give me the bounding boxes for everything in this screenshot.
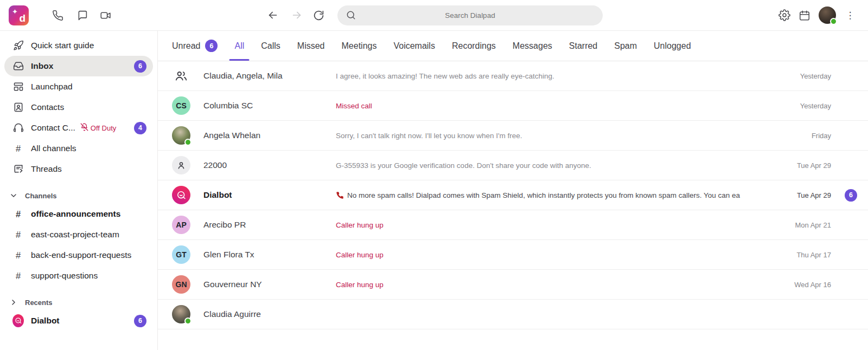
initials-avatar: AP bbox=[172, 216, 190, 234]
conversation-name: Columbia SC bbox=[203, 101, 336, 111]
tab-messages[interactable]: Messages bbox=[513, 31, 552, 61]
sidebar-item-inbox[interactable]: Inbox 6 bbox=[4, 56, 153, 76]
sidebar-item-launchpad[interactable]: Launchpad bbox=[4, 76, 153, 97]
dialpad-logo[interactable]: ✦ d bbox=[9, 5, 29, 25]
channels-section-header[interactable]: Channels bbox=[0, 187, 157, 204]
logo-letter: d bbox=[19, 12, 25, 24]
tab-spam[interactable]: Spam bbox=[614, 31, 637, 61]
conversation-snippet: Caller hung up bbox=[336, 281, 777, 289]
hash-icon: # bbox=[12, 230, 24, 240]
chat-icon[interactable] bbox=[76, 9, 88, 21]
dialbot-icon bbox=[12, 314, 24, 327]
tab-label: Voicemails bbox=[393, 41, 435, 51]
tab-recordings[interactable]: Recordings bbox=[452, 31, 496, 61]
tab-unread[interactable]: Unread 6 bbox=[172, 31, 218, 61]
conversation-snippet: Missed call bbox=[336, 102, 777, 110]
settings-gear-icon[interactable] bbox=[778, 9, 790, 21]
inbox-tabs: Unread 6 All Calls Missed Meetings Voice… bbox=[158, 31, 868, 61]
conversation-row[interactable]: Dialbot No more spam calls! Dialpad come… bbox=[158, 180, 868, 210]
conversation-name: Glen Flora Tx bbox=[203, 250, 336, 260]
tab-all[interactable]: All bbox=[234, 31, 244, 61]
hash-icon: # bbox=[12, 144, 24, 154]
back-arrow-icon[interactable] bbox=[267, 9, 279, 21]
hash-icon: # bbox=[12, 250, 24, 261]
photo-avatar bbox=[172, 305, 190, 323]
conversation-time: Friday bbox=[786, 132, 831, 140]
dialbot-avatar-icon bbox=[172, 186, 190, 204]
conversation-time: Thu Apr 17 bbox=[786, 251, 831, 259]
hash-icon: # bbox=[12, 271, 24, 281]
conversation-time: Tue Apr 29 bbox=[786, 161, 831, 170]
sidebar-item-contact-center[interactable]: Contact C... Off Duty 4 bbox=[4, 118, 153, 138]
conversation-time: Yesterday bbox=[786, 102, 831, 110]
conversation-name: 22000 bbox=[203, 160, 336, 170]
recents-section-header[interactable]: Recents bbox=[0, 294, 157, 310]
channel-label: east-coast-project-team bbox=[31, 230, 119, 239]
conversation-row[interactable]: Angela Whelan Sorry, I can't talk right … bbox=[158, 121, 868, 151]
conversation-row[interactable]: GN Gouverneur NY Caller hung up Wed Apr … bbox=[158, 270, 868, 300]
sidebar-item-threads[interactable]: Threads bbox=[4, 159, 153, 179]
conversation-row[interactable]: Claudia, Angela, Mila I agree, it looks … bbox=[158, 61, 868, 91]
photo-avatar bbox=[172, 126, 190, 145]
tab-label: Unread bbox=[172, 41, 200, 51]
video-icon[interactable] bbox=[100, 9, 112, 21]
search-bar[interactable] bbox=[337, 5, 603, 25]
tab-missed[interactable]: Missed bbox=[297, 31, 325, 61]
conversation-row[interactable]: Claudia Aguirre bbox=[158, 300, 868, 329]
sidebar-channel-office-announcements[interactable]: # office-announcements bbox=[4, 204, 153, 224]
conversation-name: Arecibo PR bbox=[203, 220, 336, 230]
launchpad-icon bbox=[12, 81, 24, 92]
sidebar-item-quick-start-guide[interactable]: Quick start guide bbox=[4, 35, 153, 56]
calendar-icon[interactable] bbox=[799, 9, 810, 21]
tab-unlogged[interactable]: Unlogged bbox=[654, 31, 691, 61]
online-status-dot bbox=[184, 139, 192, 146]
sidebar-channel-back-end-support-requests[interactable]: # back-end-support-requests bbox=[4, 245, 153, 265]
red-phone-icon bbox=[336, 191, 344, 199]
conversation-snippet: No more spam calls! Dialpad comes with S… bbox=[336, 191, 777, 199]
conversation-snippet: Caller hung up bbox=[336, 221, 777, 229]
initials-avatar: GT bbox=[172, 245, 190, 264]
sidebar-channel-support-questions[interactable]: # support-questions bbox=[4, 265, 153, 286]
sidebar-item-label: Launchpad bbox=[31, 82, 73, 92]
conversation-name: Gouverneur NY bbox=[203, 280, 336, 289]
sidebar-recent-dialbot[interactable]: Dialbot 6 bbox=[4, 310, 153, 331]
conversation-row[interactable]: AP Arecibo PR Caller hung up Mon Apr 21 bbox=[158, 210, 868, 240]
tab-label: Unlogged bbox=[654, 41, 691, 51]
forward-arrow-icon[interactable] bbox=[291, 9, 303, 21]
conversation-time: Tue Apr 29 bbox=[786, 191, 831, 199]
sidebar-channel-east-coast-project-team[interactable]: # east-coast-project-team bbox=[4, 224, 153, 245]
sidebar-item-label: All channels bbox=[31, 144, 76, 153]
unread-count-badge: 6 bbox=[134, 60, 146, 73]
search-input[interactable] bbox=[337, 11, 603, 20]
user-avatar[interactable] bbox=[819, 7, 836, 24]
sidebar-item-label: Quick start guide bbox=[31, 41, 94, 50]
conversation-snippet: Sorry, I can't talk right now. I'll let … bbox=[336, 132, 777, 140]
threads-icon bbox=[12, 164, 24, 174]
kebab-menu-icon[interactable]: ⋮ bbox=[844, 9, 856, 21]
conversation-name: Claudia, Angela, Mila bbox=[203, 71, 336, 81]
conversation-name: Claudia Aguirre bbox=[203, 309, 336, 319]
conversation-time: Wed Apr 16 bbox=[786, 281, 831, 289]
group-avatar-icon bbox=[172, 67, 190, 85]
headset-icon bbox=[12, 122, 24, 133]
contacts-icon bbox=[12, 102, 24, 113]
off-duty-label: Off Duty bbox=[91, 124, 116, 132]
tab-starred[interactable]: Starred bbox=[569, 31, 597, 61]
tab-calls[interactable]: Calls bbox=[261, 31, 280, 61]
channel-label: support-questions bbox=[31, 271, 98, 281]
online-status-dot bbox=[830, 18, 837, 25]
inbox-panel: Unread 6 All Calls Missed Meetings Voice… bbox=[158, 31, 868, 350]
sidebar: Quick start guide Inbox 6 Launchpad Cont… bbox=[0, 31, 158, 350]
refresh-icon[interactable] bbox=[312, 9, 324, 21]
conversation-row[interactable]: 22000 G-355933 is your Google verificati… bbox=[158, 151, 868, 180]
conversation-row[interactable]: CS Columbia SC Missed call Yesterday bbox=[158, 91, 868, 121]
sidebar-item-all-channels[interactable]: # All channels bbox=[4, 138, 153, 159]
chevron-down-icon bbox=[9, 191, 19, 200]
sparkle-icon: ✦ bbox=[12, 8, 18, 16]
person-avatar-icon bbox=[172, 156, 190, 174]
tab-voicemails[interactable]: Voicemails bbox=[393, 31, 435, 61]
sidebar-item-contacts[interactable]: Contacts bbox=[4, 97, 153, 118]
phone-icon[interactable] bbox=[52, 9, 63, 21]
conversation-row[interactable]: GT Glen Flora Tx Caller hung up Thu Apr … bbox=[158, 240, 868, 270]
tab-meetings[interactable]: Meetings bbox=[342, 31, 377, 61]
